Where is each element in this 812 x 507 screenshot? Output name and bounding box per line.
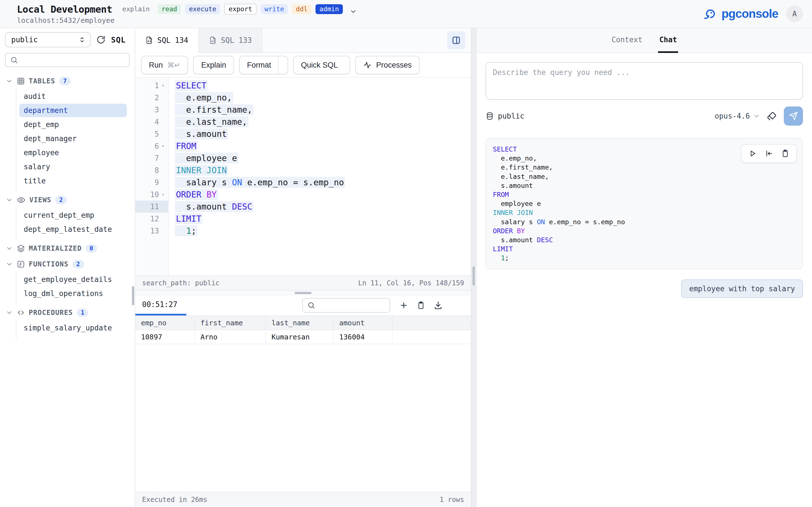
tab-sql-133[interactable]: SQL 133 <box>199 28 263 52</box>
editor-line-11[interactable]: s.amount DESC <box>175 201 471 213</box>
snippet-line-8: INNER JOIN <box>493 208 796 217</box>
sidebar-item-dept_manager[interactable]: dept_manager <box>19 132 127 145</box>
column-header-amount[interactable]: amount <box>333 316 393 330</box>
sidebar-item-dept_emp_latest_date[interactable]: dept_emp_latest_date <box>19 223 127 236</box>
editor-line-13[interactable]: 1; <box>175 225 471 237</box>
table-cell[interactable]: Kumaresan <box>266 330 333 344</box>
gutter-line-6[interactable]: 6▾ <box>135 140 168 152</box>
sidebar-item-log_dml_operations[interactable]: log_dml_operations <box>19 287 127 300</box>
editor-toolbar: Run ⌘↵ Explain Format Quick SQL Processe… <box>135 53 471 78</box>
explain-button[interactable]: Explain <box>193 56 234 74</box>
sidebar-item-get_employee_details[interactable]: get_employee_details <box>19 273 127 286</box>
send-icon <box>789 112 798 121</box>
clear-chat-button[interactable] <box>767 111 777 121</box>
model-select-value: opus-4.6 <box>715 112 750 120</box>
permission-badge-admin[interactable]: admin <box>315 4 343 14</box>
section-header-materialized[interactable]: MATERIALIZED 0 <box>0 241 135 256</box>
permission-badge-export[interactable]: export <box>224 4 257 15</box>
panel-tab-context[interactable]: Context <box>610 28 644 53</box>
sidebar-item-salary[interactable]: salary <box>19 160 127 173</box>
result-tab-timer[interactable]: 00:51:27 <box>135 295 186 316</box>
function-icon <box>17 260 25 268</box>
snippet-line-13: 1; <box>493 253 796 263</box>
section-header-functions[interactable]: FUNCTIONS 2 <box>0 257 135 272</box>
run-snippet-button[interactable] <box>748 149 757 158</box>
schema-select-value: public <box>11 36 38 44</box>
copy-snippet-button[interactable] <box>781 149 790 158</box>
panel-tab-chat[interactable]: Chat <box>658 28 678 53</box>
section-label: FUNCTIONS <box>29 260 68 268</box>
column-header-first_name[interactable]: first_name <box>195 316 266 330</box>
sidebar-search-input[interactable] <box>21 56 124 64</box>
section-header-procedures[interactable]: PROCEDURES 1 <box>0 305 135 320</box>
row-count: 1 rows <box>440 496 464 504</box>
sidebar-item-department[interactable]: department <box>19 104 127 117</box>
copy-results-button[interactable] <box>417 301 425 309</box>
table-cell[interactable]: Arno <box>195 330 266 344</box>
send-button[interactable] <box>784 107 803 126</box>
sidebar-search[interactable] <box>5 53 130 67</box>
editor-line-8[interactable]: INNER JOIN <box>175 164 471 176</box>
editor-line-7[interactable]: employee e <box>175 152 471 164</box>
editor-line-10[interactable]: ORDER BY <box>175 188 471 201</box>
editor-line-4[interactable]: e.last_name, <box>175 116 471 128</box>
chevron-down-icon <box>6 196 13 204</box>
avatar[interactable]: A <box>786 5 803 22</box>
column-header-last_name[interactable]: last_name <box>266 316 333 330</box>
gutter-line-10[interactable]: 10▾ <box>135 188 168 201</box>
run-button[interactable]: Run ⌘↵ <box>141 56 188 74</box>
results-resize-divider[interactable] <box>135 291 471 295</box>
permission-badge-explain[interactable]: explain <box>122 4 154 14</box>
gutter-line-1[interactable]: 1▾ <box>135 79 168 92</box>
editor-line-12[interactable]: LIMIT <box>175 213 471 225</box>
sql-editor[interactable]: 1▾ 2 3 4 5 6▾ 7 8 9 10▾ 11 12 13 SELECT … <box>135 78 471 276</box>
column-header-emp_no[interactable]: emp_no <box>135 316 195 330</box>
chevron-down-icon[interactable] <box>350 8 357 15</box>
schema-select[interactable]: public <box>5 32 91 47</box>
sql-mode-toggle[interactable]: SQL <box>111 36 126 44</box>
editor-line-9[interactable]: salary s ON e.emp_no = s.emp_no <box>175 176 471 188</box>
permission-badge-read[interactable]: read <box>158 4 181 14</box>
quick-sql-button[interactable]: Quick SQL <box>293 56 350 74</box>
format-button[interactable]: Format <box>239 56 288 74</box>
sidebar-item-current_dept_emp[interactable]: current_dept_emp <box>19 209 127 222</box>
split-panel-button[interactable] <box>447 31 465 49</box>
sidebar-item-simple_salary_update[interactable]: simple_salary_update <box>19 321 127 335</box>
editor-line-2[interactable]: e.emp_no, <box>175 92 471 104</box>
permission-badge-ddl[interactable]: ddl <box>292 4 312 14</box>
editor-line-1[interactable]: SELECT <box>175 79 471 92</box>
editor-line-3[interactable]: e.first_name, <box>175 104 471 116</box>
section-header-tables[interactable]: TABLES 7 <box>0 74 135 89</box>
refresh-icon[interactable] <box>96 35 105 44</box>
sidebar-item-audit[interactable]: audit <box>19 90 127 103</box>
editor-line-6[interactable]: FROM <box>175 140 471 152</box>
table-cell[interactable]: 136004 <box>333 330 393 344</box>
model-select[interactable]: opus-4.6 <box>715 112 760 120</box>
brand-name: pgconsole <box>721 7 778 20</box>
table-row[interactable]: 10897ArnoKumaresan136004 <box>135 330 471 344</box>
add-result-tab-button[interactable] <box>399 301 408 310</box>
chat-input[interactable] <box>486 62 803 100</box>
table-cell[interactable]: 10897 <box>135 330 195 344</box>
schema-chip[interactable]: public <box>486 112 524 120</box>
resize-handle[interactable] <box>472 267 475 286</box>
tab-sql-134[interactable]: SQL 134 <box>135 28 199 53</box>
results-search-input[interactable] <box>319 301 385 309</box>
format-chevron-icon[interactable] <box>278 56 288 74</box>
results-search[interactable] <box>302 298 390 313</box>
editor-line-5[interactable]: s.amount <box>175 128 471 140</box>
panel-resize-divider[interactable] <box>471 28 476 507</box>
insert-snippet-button[interactable] <box>765 149 773 158</box>
editor-code[interactable]: SELECT e.emp_no, e.first_name, e.last_na… <box>168 78 471 276</box>
sidebar-item-dept_emp[interactable]: dept_emp <box>19 118 127 131</box>
resize-handle[interactable] <box>295 292 312 294</box>
processes-button[interactable]: Processes <box>355 56 419 74</box>
permission-badge-execute[interactable]: execute <box>185 4 220 14</box>
download-results-button[interactable] <box>434 301 443 310</box>
permission-badge-write[interactable]: write <box>260 4 288 14</box>
editor-gutter: 1▾ 2 3 4 5 6▾ 7 8 9 10▾ 11 12 13 <box>135 78 168 276</box>
sidebar-resize-handle[interactable] <box>132 286 134 305</box>
sidebar-item-title[interactable]: title <box>19 174 127 187</box>
section-header-views[interactable]: VIEWS 2 <box>0 193 135 207</box>
sidebar-item-employee[interactable]: employee <box>19 146 127 159</box>
